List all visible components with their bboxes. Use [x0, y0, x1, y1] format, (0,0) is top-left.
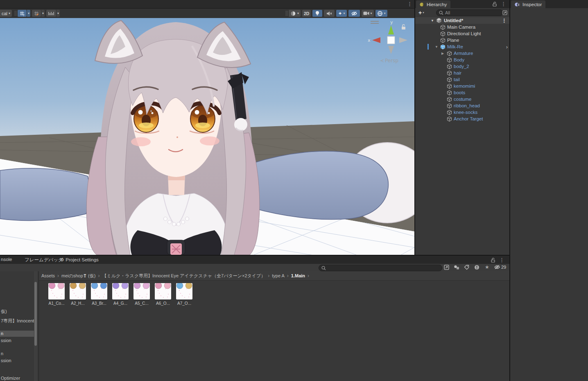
cube-icon [447, 51, 452, 56]
tree-item[interactable]: n [1, 351, 3, 357]
hidden-count-toggle[interactable]: 29 [494, 265, 506, 270]
hierarchy-item-tail[interactable]: tail [415, 76, 509, 83]
grid-axis-caret[interactable]: ▾ [27, 10, 30, 17]
asset-item[interactable]: A5_C... [131, 283, 152, 306]
tree-item-selected[interactable]: n [0, 331, 35, 337]
asset-item[interactable]: A3_Br... [88, 283, 110, 306]
hierarchy-item-knee-socks[interactable]: knee-socks [415, 109, 509, 116]
cube-icon [447, 57, 452, 63]
hierarchy-item-body[interactable]: Body [415, 57, 509, 63]
toolbar-grip[interactable] [286, 11, 286, 16]
prefab-open-chevron[interactable]: › [506, 44, 508, 50]
gizmo-center-cube[interactable] [387, 36, 395, 44]
camera-settings-button[interactable]: ▾ [362, 10, 374, 17]
disclosure-down-icon[interactable]: ▼ [435, 45, 440, 49]
create-add-button[interactable]: +▾ [418, 9, 424, 16]
tree-item[interactable]: ssion [1, 338, 11, 344]
hierarchy-item-hair[interactable]: hair [415, 70, 509, 76]
hierarchy-item-anchor-target[interactable]: Anchor Target [415, 116, 509, 122]
hierarchy-item-costume[interactable]: costume [415, 96, 509, 102]
tab-console-partial[interactable]: nsole [1, 257, 12, 262]
cube-icon [447, 84, 452, 89]
scene-header-untitled[interactable]: ▼ Untitled* ⋮ [415, 17, 509, 24]
hierarchy-item-label: knee-socks [454, 110, 477, 115]
scene-lighting-button[interactable] [312, 10, 322, 17]
favorites-star-icon[interactable]: ★ [485, 264, 489, 270]
tab-frame-debugger[interactable]: フレームデバッグ [25, 257, 63, 263]
breadcrumb-separator-icon: › [308, 273, 309, 279]
open-search-window-icon[interactable] [502, 10, 507, 15]
open-search-window-icon[interactable] [444, 265, 449, 270]
tree-item[interactable]: 仮) [1, 308, 7, 315]
warnings-icon[interactable] [474, 265, 479, 270]
search-by-type-icon[interactable] [454, 265, 459, 270]
gizmos-button[interactable]: ▾ [375, 10, 387, 17]
grid-snapping-button[interactable] [32, 10, 41, 17]
tree-item[interactable]: ssion [1, 358, 11, 364]
snap-increment-button[interactable] [46, 10, 56, 17]
breadcrumb-item[interactable]: 1.Main [291, 273, 305, 278]
hierarchy-tab-label: Hierarchy [427, 2, 447, 7]
2d-toggle-button[interactable]: 2D [302, 10, 311, 17]
shading-mode-button[interactable]: ▾ [289, 10, 301, 17]
project-settings-label: Project Settings [66, 257, 99, 262]
panel-menu-kebab-icon[interactable]: ⋮ [499, 257, 504, 263]
scene-visibility-button[interactable] [348, 10, 360, 17]
effects-button[interactable]: ✦ ▾ [336, 10, 346, 17]
hierarchy-item-directional-light[interactable]: Directional Light [415, 30, 509, 37]
breadcrumb-item[interactable]: 【ミルク・ラスク専用】Innocent Eye アイテクスチャ（全7パターン×2… [102, 273, 265, 279]
grid-axis-button[interactable]: Y [18, 10, 27, 17]
asset-item[interactable]: A1_Co... [46, 283, 67, 306]
asset-item[interactable]: A2_H... [67, 283, 88, 306]
hierarchy-item-plane[interactable]: Plane [415, 37, 509, 43]
scene-menu-kebab-icon[interactable]: ⋮ [502, 18, 507, 23]
hierarchy-item-armature[interactable]: ▶Armature [415, 50, 509, 57]
chevron-down-icon: ▾ [344, 11, 345, 15]
scene-viewport[interactable]: y x ≺ Persp [0, 18, 414, 255]
handle-orientation-button[interactable]: cal ▾ [0, 10, 12, 17]
hierarchy-item-boots[interactable]: boots [415, 89, 509, 96]
tab-inspector[interactable]: i Inspector [511, 0, 545, 8]
breadcrumb-item[interactable]: type A [272, 273, 285, 278]
inspector-tab-icon: i [515, 2, 520, 7]
breadcrumb-item[interactable]: meiのshop❣ (仮) [61, 273, 95, 279]
tree-scrollbar[interactable] [34, 271, 37, 381]
texture-thumbnail [176, 283, 192, 299]
toolbar-grip[interactable] [15, 11, 15, 16]
gizmo-projection-label[interactable]: Persp [385, 58, 398, 64]
lock-icon[interactable] [491, 258, 495, 263]
tree-scrollbar-thumb[interactable] [34, 282, 37, 346]
hierarchy-item-kemomimi[interactable]: kemomimi [415, 83, 509, 89]
project-search-field[interactable] [319, 265, 442, 271]
scene-view-toolbar: cal ▾ Y ▾ ▾ ▾ ▾ 2D [0, 9, 414, 18]
hierarchy-item-milk-re[interactable]: ▼Milk-Re› [415, 43, 509, 50]
snap-increment-caret[interactable]: ▾ [57, 10, 60, 17]
hierarchy-item-main-camera[interactable]: Main Camera [415, 24, 509, 30]
hierarchy-toolbar: +▾ All [415, 8, 509, 18]
tree-item[interactable]: 7専用】Innocent [1, 318, 34, 324]
hierarchy-search-field[interactable]: All [436, 9, 503, 16]
lightbulb-icon [315, 11, 319, 16]
tree-item[interactable]: Optimizer [1, 375, 20, 381]
prefab-cube-icon [440, 44, 446, 50]
hierarchy-item-ribbon-head[interactable]: ribbon_head [415, 102, 509, 109]
scene-menu-kebab-icon[interactable]: ⋮ [407, 1, 412, 7]
texture-thumbnail [48, 283, 65, 299]
lock-icon[interactable] [493, 2, 497, 7]
asset-item[interactable]: A6_O... [152, 283, 174, 306]
snap-increment-icon [48, 11, 54, 16]
disclosure-down-icon[interactable]: ▼ [431, 19, 434, 23]
asset-item[interactable]: A7_O... [174, 283, 195, 306]
disclosure-right-icon[interactable]: ▶ [441, 52, 447, 55]
chevron-down-icon: ▾ [9, 11, 10, 15]
tab-hierarchy[interactable]: Hierarchy [416, 0, 450, 8]
breadcrumb-item[interactable]: Assets [41, 273, 55, 278]
orientation-label: cal [2, 11, 7, 16]
tab-project-settings[interactable]: ⚙ Project Settings [60, 257, 99, 263]
search-by-label-icon[interactable] [464, 265, 469, 270]
asset-item[interactable]: A4_G... [110, 283, 131, 306]
hierarchy-item-body-2[interactable]: body_2 [415, 63, 509, 70]
audio-mute-button[interactable] [324, 10, 335, 17]
panel-menu-kebab-icon[interactable]: ⋮ [501, 1, 506, 7]
grid-snapping-caret[interactable]: ▾ [41, 10, 45, 17]
